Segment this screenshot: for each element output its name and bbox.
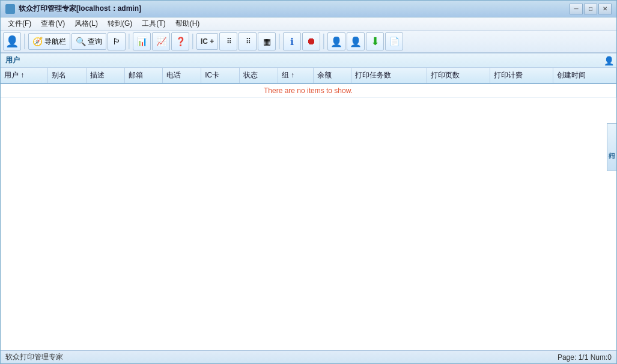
ic-plus-label: IC + bbox=[201, 37, 214, 46]
toolbar-sep-3 bbox=[192, 34, 193, 49]
col-phone[interactable]: 电话 bbox=[163, 68, 201, 83]
header-icon: 👤 bbox=[604, 56, 614, 65]
status-left: 软众打印管理专家 bbox=[5, 352, 558, 362]
menu-goto[interactable]: 转到(G) bbox=[103, 17, 137, 30]
person2-button[interactable]: 👤 bbox=[327, 32, 345, 50]
status-right: Page: 1/1 Num:0 bbox=[558, 353, 612, 362]
window-title: 软众打印管理专家[localhost：admin] bbox=[19, 4, 570, 14]
menu-help[interactable]: 帮助(H) bbox=[171, 17, 205, 30]
users-table: 用户 ↑ 别名 描述 邮箱 电话 IC卡 状态 组 ↑ 余额 bbox=[1, 68, 616, 98]
menu-tools[interactable]: 工具(T) bbox=[137, 17, 170, 30]
ic-plus-button[interactable]: IC + bbox=[196, 33, 218, 50]
flag-button[interactable]: 🏳 bbox=[108, 32, 126, 50]
search-label: 查询 bbox=[88, 37, 102, 47]
menu-style[interactable]: 风格(L) bbox=[70, 17, 103, 30]
app-icon bbox=[5, 4, 15, 14]
minimize-button[interactable]: ─ bbox=[570, 4, 583, 14]
content-area: 行间 用户 ↑ 别名 描述 邮箱 电话 IC卡 状态 bbox=[1, 68, 616, 350]
question-button[interactable]: ❓ bbox=[171, 32, 189, 50]
flag-icon: 🏳 bbox=[112, 37, 121, 46]
pattern2-button[interactable]: ⠿ bbox=[239, 32, 257, 50]
document-button[interactable]: 📄 bbox=[385, 32, 403, 50]
table-body: There are no items to show. bbox=[1, 83, 616, 98]
info-icon: ℹ bbox=[290, 36, 294, 47]
toolbar-sep-4 bbox=[279, 34, 280, 49]
section-header: 用户 👤 bbox=[1, 53, 616, 68]
empty-message: There are no items to show. bbox=[1, 83, 616, 98]
linechart-icon: 📈 bbox=[156, 37, 166, 46]
col-email[interactable]: 邮箱 bbox=[124, 68, 163, 83]
pattern1-icon: ⠿ bbox=[226, 37, 231, 46]
person3-button[interactable]: 👤 bbox=[347, 32, 365, 50]
person-icon: 👤 bbox=[5, 35, 19, 48]
toolbar-sep-2 bbox=[129, 34, 130, 49]
barchart-button[interactable]: 📊 bbox=[133, 32, 151, 50]
stop-button[interactable]: ⏺ bbox=[302, 32, 320, 50]
table-container[interactable]: 用户 ↑ 别名 描述 邮箱 电话 IC卡 状态 组 ↑ 余额 bbox=[1, 68, 616, 350]
col-group[interactable]: 组 ↑ bbox=[278, 68, 313, 83]
document-icon: 📄 bbox=[389, 37, 400, 46]
pattern1-button[interactable]: ⠿ bbox=[219, 32, 237, 50]
search-icon: 🔍 bbox=[76, 37, 86, 46]
header-right: 👤 bbox=[604, 56, 614, 65]
person-button[interactable]: 👤 bbox=[3, 32, 21, 50]
header-row: 用户 ↑ 别名 描述 邮箱 电话 IC卡 状态 组 ↑ 余额 bbox=[1, 68, 616, 83]
nav-button[interactable]: 🧭 导航栏 bbox=[28, 33, 70, 50]
col-print-jobs[interactable]: 打印任务数 bbox=[351, 68, 427, 83]
col-print-pages[interactable]: 打印页数 bbox=[427, 68, 490, 83]
table-header: 用户 ↑ 别名 描述 邮箱 电话 IC卡 状态 组 ↑ 余额 bbox=[1, 68, 616, 83]
maximize-button[interactable]: □ bbox=[584, 4, 597, 14]
col-ic[interactable]: IC卡 bbox=[201, 68, 240, 83]
section-title: 用户 bbox=[5, 55, 20, 65]
person3-icon: 👤 bbox=[350, 36, 362, 47]
main-window: 软众打印管理专家[localhost：admin] ─ □ ✕ 文件(F) 查看… bbox=[0, 0, 617, 364]
statusbar: 软众打印管理专家 Page: 1/1 Num:0 bbox=[1, 350, 616, 363]
menu-view[interactable]: 查看(V) bbox=[36, 17, 70, 30]
col-desc[interactable]: 描述 bbox=[87, 68, 125, 83]
menubar: 文件(F) 查看(V) 风格(L) 转到(G) 工具(T) 帮助(H) bbox=[1, 17, 616, 31]
col-user[interactable]: 用户 ↑ bbox=[1, 68, 48, 83]
nav-label: 导航栏 bbox=[44, 37, 66, 47]
empty-row: There are no items to show. bbox=[1, 83, 616, 98]
grid-button[interactable]: ▦ bbox=[258, 32, 276, 50]
barchart-icon: 📊 bbox=[137, 37, 147, 46]
col-status[interactable]: 状态 bbox=[239, 68, 278, 83]
linechart-button[interactable]: 📈 bbox=[152, 32, 170, 50]
sidebar-tab[interactable]: 行间 bbox=[607, 123, 616, 171]
menu-file[interactable]: 文件(F) bbox=[3, 17, 36, 30]
col-alias[interactable]: 别名 bbox=[48, 68, 87, 83]
download-button[interactable]: ⬇ bbox=[366, 32, 384, 50]
window-controls: ─ □ ✕ bbox=[570, 4, 612, 14]
person2-icon: 👤 bbox=[330, 36, 342, 47]
stop-icon: ⏺ bbox=[306, 36, 316, 47]
grid-icon: ▦ bbox=[263, 37, 271, 46]
search-button[interactable]: 🔍 查询 bbox=[71, 33, 106, 50]
toolbar-sep-5 bbox=[323, 34, 324, 49]
col-created[interactable]: 创建时间 bbox=[553, 68, 616, 83]
toolbar-sep-1 bbox=[24, 34, 25, 49]
col-print-cost[interactable]: 打印计费 bbox=[490, 68, 553, 83]
pattern2-icon: ⠿ bbox=[246, 37, 250, 46]
nav-icon: 🧭 bbox=[32, 37, 43, 46]
download-icon: ⬇ bbox=[371, 35, 380, 48]
question-icon: ❓ bbox=[175, 37, 186, 46]
info-button[interactable]: ℹ bbox=[283, 32, 301, 50]
toolbar: 👤 🧭 导航栏 🔍 查询 🏳 📊 📈 ❓ bbox=[1, 31, 616, 53]
close-button[interactable]: ✕ bbox=[598, 4, 612, 14]
col-balance[interactable]: 余额 bbox=[313, 68, 351, 83]
titlebar: 软众打印管理专家[localhost：admin] ─ □ ✕ bbox=[1, 1, 616, 17]
